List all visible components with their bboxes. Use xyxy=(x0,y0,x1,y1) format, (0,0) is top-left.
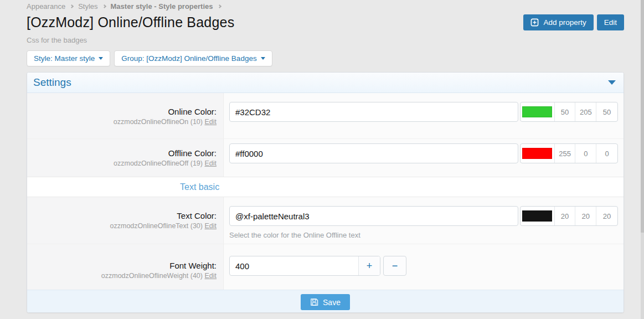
property-value-cell: 20 20 20 Select the color for the Online… xyxy=(224,197,624,244)
edit-button[interactable]: Edit xyxy=(597,14,624,30)
edit-button-label: Edit xyxy=(604,18,617,27)
settings-panel: Settings Online Color: ozzmodzOnlineOfli… xyxy=(27,72,624,313)
rgb-red-value: 50 xyxy=(555,102,576,121)
group-select[interactable]: Group: [OzzModz] Online/Offline Badges xyxy=(114,50,272,66)
color-swatch xyxy=(522,106,552,117)
font-weight-input[interactable] xyxy=(230,256,358,275)
property-meta: ozzmodzOnlineOflineText (30) Edit xyxy=(27,222,217,230)
rgb-red-value: 255 xyxy=(555,144,576,163)
property-label: Font Weight: xyxy=(27,261,217,270)
property-value-cell: + − xyxy=(224,244,624,290)
online-color-input[interactable] xyxy=(229,102,518,122)
property-label-cell: Online Color: ozzmodzOnlineOflineOn (10)… xyxy=(27,93,224,138)
property-meta-name: ozzmodzOnlineOflineOff (19) xyxy=(114,160,203,167)
property-meta-name: ozzmodzOnlineOflineOn (10) xyxy=(114,118,203,126)
header-actions: Add property Edit xyxy=(523,14,624,30)
chevron-right-icon xyxy=(70,4,74,8)
breadcrumb-appearance[interactable]: Appearance xyxy=(27,2,65,11)
property-value-cell: 255 0 0 xyxy=(224,139,624,177)
page-subtitle: Css for the badges xyxy=(27,36,87,44)
property-value-cell: 50 205 50 xyxy=(224,93,624,138)
text-color-preview[interactable]: 20 20 20 xyxy=(520,206,618,226)
group-subheader-row: Text basic xyxy=(27,177,624,197)
rgb-green-value: 20 xyxy=(575,207,596,225)
property-label: Online Color: xyxy=(27,107,217,116)
plus-icon: + xyxy=(367,260,373,272)
breadcrumb-master-style-properties[interactable]: Master style - Style properties xyxy=(111,2,213,11)
property-row-online-color: Online Color: ozzmodzOnlineOflineOn (10)… xyxy=(27,93,624,139)
rgb-green-value: 0 xyxy=(575,144,596,163)
collapse-caret-icon[interactable] xyxy=(608,80,616,85)
color-swatch xyxy=(522,148,552,159)
breadcrumb-styles[interactable]: Styles xyxy=(78,2,97,11)
property-meta: ozzmodzOnlineOflineWeight (40) Edit xyxy=(27,272,217,280)
rgb-red-value: 20 xyxy=(555,207,576,225)
scrollbar-thumb[interactable] xyxy=(641,0,644,233)
text-color-input[interactable] xyxy=(229,206,518,226)
property-edit-link[interactable]: Edit xyxy=(204,272,217,280)
decrement-button[interactable]: − xyxy=(383,256,406,276)
rgb-blue-value: 20 xyxy=(596,207,617,225)
property-meta: ozzmodzOnlineOflineOff (19) Edit xyxy=(27,160,217,167)
property-label: Offline Color: xyxy=(27,148,217,158)
save-button[interactable]: Save xyxy=(301,294,350,310)
rgb-green-value: 205 xyxy=(575,102,596,121)
page-title: [OzzModz] Online/Offline Badges xyxy=(27,14,234,30)
property-label: Text Color: xyxy=(27,211,217,220)
scrollbar[interactable] xyxy=(641,0,644,319)
offline-color-preview[interactable]: 255 0 0 xyxy=(520,143,618,163)
property-label-cell: Font Weight: ozzmodzOnlineOflineWeight (… xyxy=(27,244,224,290)
group-subheader-label: Text basic xyxy=(180,177,219,197)
add-property-label: Add property xyxy=(543,18,586,27)
increment-button[interactable]: + xyxy=(358,256,380,275)
minus-icon: − xyxy=(392,260,398,272)
color-swatch xyxy=(522,210,552,222)
property-label-cell: Text Color: ozzmodzOnlineOflineText (30)… xyxy=(27,197,224,244)
style-select[interactable]: Style: Master style xyxy=(27,50,110,66)
caret-down-icon xyxy=(99,57,103,60)
settings-panel-header[interactable]: Settings xyxy=(27,73,624,93)
property-row-offline-color: Offline Color: ozzmodzOnlineOflineOff (1… xyxy=(27,139,624,177)
rgb-blue-value: 0 xyxy=(596,144,617,163)
color-swatch-cell xyxy=(521,102,555,121)
property-edit-link[interactable]: Edit xyxy=(204,118,217,126)
chevron-right-icon xyxy=(102,4,106,8)
add-property-button[interactable]: Add property xyxy=(523,14,593,30)
property-label-cell: Offline Color: ozzmodzOnlineOflineOff (1… xyxy=(27,139,224,177)
offline-color-input[interactable] xyxy=(229,143,518,163)
property-meta-name: ozzmodzOnlineOflineText (30) xyxy=(110,222,203,230)
rgb-blue-value: 50 xyxy=(596,102,617,121)
filter-bar: Style: Master style Group: [OzzModz] Onl… xyxy=(27,50,272,66)
caret-down-icon xyxy=(261,57,265,60)
settings-panel-title: Settings xyxy=(33,76,71,89)
breadcrumb: Appearance Styles Master style - Style p… xyxy=(27,2,226,11)
color-swatch-cell xyxy=(521,207,555,225)
property-row-text-color: Text Color: ozzmodzOnlineOflineText (30)… xyxy=(27,197,624,244)
property-row-font-weight: Font Weight: ozzmodzOnlineOflineWeight (… xyxy=(27,244,624,290)
online-color-preview[interactable]: 50 205 50 xyxy=(520,102,618,122)
panel-footer: Save xyxy=(27,290,624,313)
save-button-label: Save xyxy=(323,298,341,307)
font-weight-input-group: + xyxy=(229,256,380,276)
property-meta-name: ozzmodzOnlineOflineWeight (40) xyxy=(101,272,203,280)
chevron-right-icon xyxy=(217,4,221,8)
add-property-icon xyxy=(530,18,539,27)
page-content: Appearance Styles Master style - Style p… xyxy=(27,0,624,319)
property-explain-text: Select the color for the Online Offline … xyxy=(229,231,618,239)
color-swatch-cell xyxy=(521,144,555,163)
style-select-label: Style: Master style xyxy=(34,54,95,63)
save-icon xyxy=(310,298,318,306)
property-edit-link[interactable]: Edit xyxy=(204,160,217,167)
property-meta: ozzmodzOnlineOflineOn (10) Edit xyxy=(27,118,217,126)
property-edit-link[interactable]: Edit xyxy=(204,222,217,230)
group-select-label: Group: [OzzModz] Online/Offline Badges xyxy=(121,54,256,63)
